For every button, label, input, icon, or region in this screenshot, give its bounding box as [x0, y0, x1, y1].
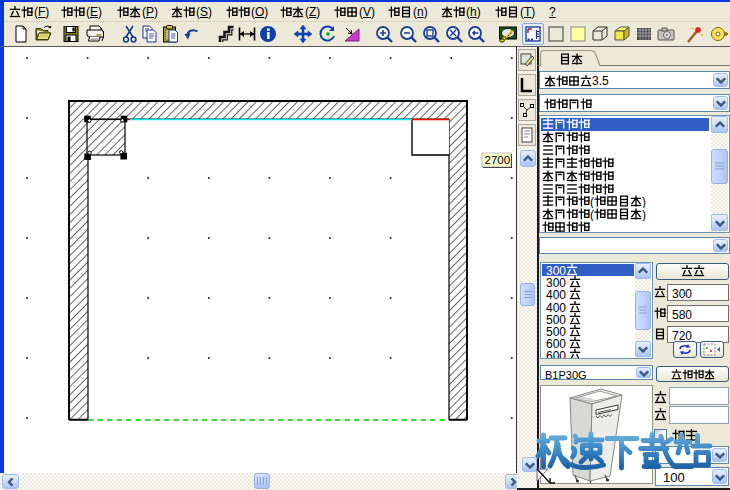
- svg-text:2700: 2700: [485, 154, 511, 166]
